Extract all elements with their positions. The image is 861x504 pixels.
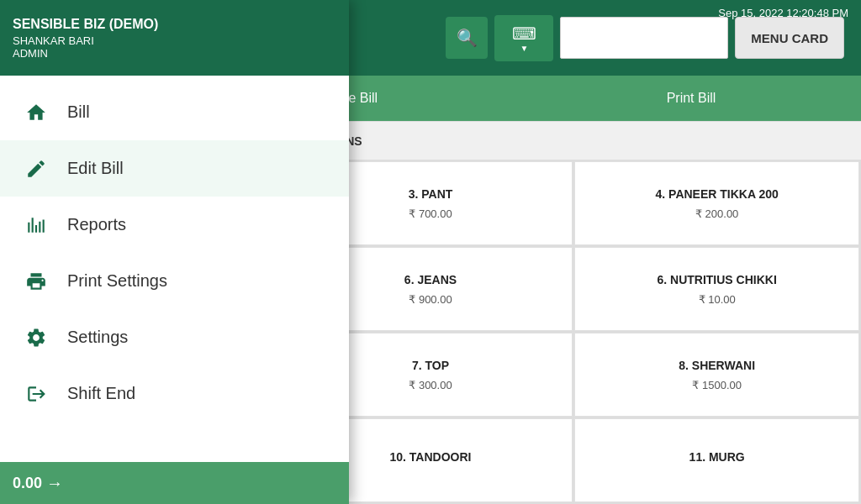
sidebar-role: ADMIN [13, 47, 158, 60]
edit-icon [21, 154, 50, 183]
sidebar-item-reports[interactable]: Reports [0, 197, 349, 253]
sidebar-item-settings[interactable]: Settings [0, 309, 349, 365]
menu-item-murg[interactable]: 11. MURG [574, 418, 859, 502]
keyboard-chevron: ▼ [520, 44, 528, 53]
sidebar: SENSIBLE BIZ (DEMO) SHANKAR BARI ADMIN B… [0, 0, 349, 504]
header-right: 🔍 ⌨ ▼ MENU CARD [446, 15, 861, 61]
logout-icon [21, 379, 50, 408]
total-amount: 0.00 [13, 475, 42, 492]
sidebar-brand: SENSIBLE BIZ (DEMO) SHANKAR BARI ADMIN [13, 17, 158, 60]
datetime: Sep 15, 2022 12:20:48 PM [718, 7, 848, 19]
print-icon [21, 266, 50, 296]
reports-icon [21, 210, 50, 239]
sidebar-item-print-settings[interactable]: Print Settings [0, 253, 349, 309]
sidebar-label-settings: Settings [67, 328, 128, 347]
sidebar-app-name: SENSIBLE BIZ (DEMO) [13, 17, 158, 32]
bottom-bar: 0.00 → [0, 462, 349, 504]
print-bill-button[interactable]: Print Bill [521, 76, 861, 121]
arrow-icon: → [46, 474, 63, 493]
sidebar-menu: Bill Edit Bill Reports Print Settings Se [0, 76, 349, 504]
sidebar-label-print-settings: Print Settings [67, 271, 167, 291]
sidebar-label-reports: Reports [67, 215, 126, 234]
menu-item-nutritius-chikki[interactable]: 6. NUTRITIUS CHIKKI ₹ 10.00 [574, 247, 859, 331]
sidebar-item-edit-bill[interactable]: Edit Bill [0, 140, 349, 197]
sidebar-label-bill: Bill [67, 102, 90, 122]
keyboard-button[interactable]: ⌨ ▼ [494, 15, 553, 61]
sidebar-header: SENSIBLE BIZ (DEMO) SHANKAR BARI ADMIN [0, 0, 349, 76]
sidebar-item-bill[interactable]: Bill [0, 84, 349, 140]
menu-item-paneer-tikka[interactable]: 4. PANEER TIKKA 200 ₹ 200.00 [574, 161, 859, 245]
sidebar-user-name: SHANKAR BARI [13, 34, 158, 47]
sidebar-item-shift-end[interactable]: Shift End [0, 365, 349, 422]
search-input[interactable] [560, 17, 728, 59]
settings-icon [21, 323, 50, 352]
home-icon [21, 97, 50, 127]
search-button[interactable]: 🔍 [446, 17, 488, 59]
keyboard-icon: ⌨ [512, 24, 536, 44]
sidebar-label-edit-bill: Edit Bill [67, 159, 124, 178]
menu-item-sherwani[interactable]: 8. SHERWANI ₹ 1500.00 [574, 333, 859, 417]
sidebar-label-shift-end: Shift End [67, 384, 135, 403]
menu-card-button[interactable]: MENU CARD [735, 17, 844, 59]
